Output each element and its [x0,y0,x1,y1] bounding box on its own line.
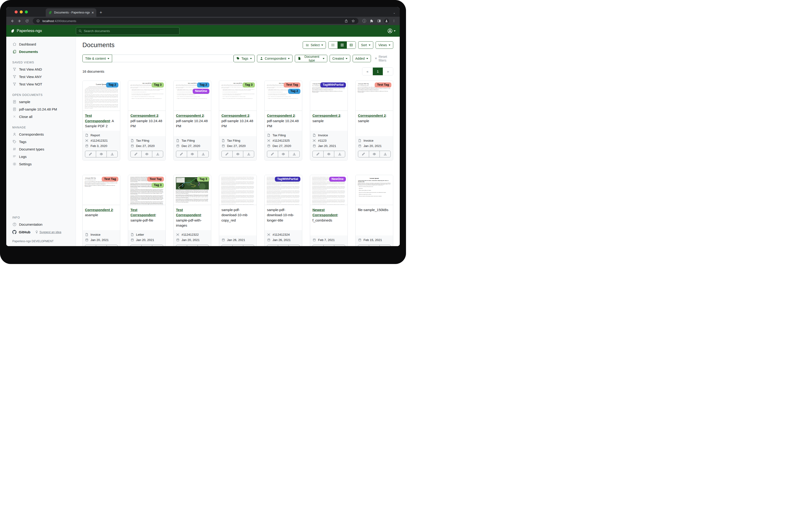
download-button[interactable] [198,151,208,157]
edit-button[interactable] [131,151,141,157]
document-card[interactable]: Adobe Acrobat PDF FilesAdobe® Portable D… [219,81,257,160]
document-card[interactable]: Lorem ipsum dolor sit amet, consectetur … [310,175,348,246]
sidebar-item-test-view-not[interactable]: Test View NOT [6,80,76,88]
download-button[interactable] [198,245,208,246]
view-button[interactable] [187,245,198,246]
browser-tab[interactable]: Documents - Paperless-ngx ✕ [46,8,96,17]
list-view-button[interactable] [329,42,337,48]
download-button[interactable] [289,245,300,246]
document-card[interactable]: Lorem ipsum dolor sit amet, consectetur … [264,175,302,246]
site-info-icon[interactable] [35,19,41,23]
document-preview[interactable]: Adobe Acrobat PDF FilesAdobe® Portable D… [174,81,211,111]
view-button[interactable] [141,151,152,157]
edit-button[interactable] [176,151,187,157]
edit-button[interactable] [358,245,369,246]
sidebar-item-test-view-and[interactable]: Test View AND [6,66,76,73]
filter-text-input[interactable] [112,55,233,62]
document-card[interactable]: Lorem Ipsum"Neque porro quisquam est qui… [83,81,120,160]
correspondent-link[interactable]: Correspondent 2 [267,114,295,117]
tag-badge[interactable]: Test Tag [102,177,118,182]
correspondent-link[interactable]: Test Correspondent [176,208,201,217]
minimize-window-button[interactable] [20,11,23,13]
tab-close-icon[interactable]: ✕ [91,11,94,14]
document-preview[interactable]: Lorem Ipsum"Neque porro quisquam est qui… [83,81,120,111]
view-button[interactable] [232,151,243,157]
edit-button[interactable] [267,245,278,246]
document-card[interactable]: Lorem ipsum dolor sit amet, consectetur … [219,175,257,246]
download-button[interactable] [243,245,254,246]
download-button[interactable] [106,151,117,157]
tab-search-chevron-icon[interactable]: ⌄ [393,11,395,14]
document-thumbnail[interactable]: Lorem ipsumLorem ipsum dolor sit amet, c… [356,175,393,205]
browser-menu-icon[interactable] [391,18,397,24]
pagination-page-1[interactable]: 1 [373,68,383,75]
edit-button[interactable] [267,151,278,157]
tag-badge[interactable]: Tag 2 [288,89,300,94]
view-button[interactable] [141,245,152,246]
view-button[interactable] [278,151,289,157]
pagination-next-button[interactable]: » [383,68,393,75]
view-button[interactable] [232,245,243,246]
window-controls[interactable] [15,11,28,13]
suggest-idea-label[interactable]: Suggest an idea [40,230,61,234]
download-button[interactable] [334,245,345,246]
zoom-window-button[interactable] [25,11,28,13]
sidebar-item-document-types[interactable]: Document types [6,145,76,153]
tags-filter-button[interactable]: Tags [233,55,255,62]
reload-button[interactable] [24,18,30,24]
view-button[interactable] [278,245,289,246]
views-button[interactable]: Views [376,41,393,49]
download-button[interactable] [379,151,390,157]
correspondent-link[interactable]: Correspondent 2 [176,114,204,117]
correspondent-filter-button[interactable]: Correspondent [257,55,293,62]
bookmark-star-icon[interactable] [350,19,356,23]
sidebar-item-documents[interactable]: Documents [6,48,76,55]
document-preview[interactable]: Boundary Waters TripGoogle EarthCurabitu… [174,175,211,205]
app-brand[interactable]: Paperless-ngx [11,29,76,33]
global-search[interactable] [76,27,179,35]
tag-badge[interactable]: Tag 3 [151,183,164,188]
document-card[interactable]: A Simple PDF FileThis is a small demonst… [356,81,393,160]
sort-button[interactable]: Sort [358,41,373,49]
correspondent-link[interactable]: Newest Correspondent [313,208,337,217]
tag-badge[interactable]: Test Tag [284,83,300,87]
created-filter-button[interactable]: Created [330,55,350,62]
correspondent-link[interactable]: Correspondent 2 [313,114,340,117]
tag-badge[interactable]: Tag 3 [197,177,209,182]
tag-badge[interactable]: Tag 3 [151,83,164,87]
back-button[interactable] [9,18,15,24]
document-thumbnail[interactable]: Lorem ipsum dolor sit amet, consectetur … [219,175,257,205]
detail-view-button[interactable] [347,42,356,48]
sidebar-item-logs[interactable]: Logs [6,153,76,160]
tag-badge[interactable]: NewOne [193,89,209,94]
document-preview[interactable]: Adobe Acrobat PDF FilesAdobe® Portable D… [219,81,257,111]
download-button[interactable] [334,151,345,157]
correspondent-link[interactable]: Correspondent 2 [358,114,386,117]
correspondent-link[interactable]: Correspondent 2 [130,114,158,117]
correspondent-link[interactable]: Test Correspondent [130,208,156,217]
correspondent-link[interactable]: Test Correspondent [85,114,110,123]
edit-button[interactable] [313,151,323,157]
document-card[interactable]: Boundary Waters TripGoogle EarthCurabitu… [173,175,211,246]
document-card[interactable]: Adobe Acrobat PDF FilesAdobe® Portable D… [173,81,211,160]
sidebar-item-open-doc-pdf-sample[interactable]: pdf-sample 10.24.48 PM [6,105,76,113]
document-type-filter-button[interactable]: Document type [295,55,327,62]
document-preview[interactable]: Lorem ipsumLorem ipsum dolor sit amet, c… [356,175,393,205]
sidebar-item-settings[interactable]: Settings [6,160,76,168]
edit-button[interactable] [131,245,141,246]
view-button[interactable] [369,245,380,246]
reset-filters-button[interactable]: ✕Reset filters [375,55,393,62]
download-button[interactable] [106,245,117,246]
view-button[interactable] [323,245,334,246]
view-button[interactable] [369,151,380,157]
download-button[interactable] [379,245,390,246]
browser-profile-avatar[interactable] [384,18,389,24]
forward-button[interactable] [16,18,23,24]
view-button[interactable] [96,245,107,246]
suggest-idea-link[interactable]: Suggest an idea [35,230,61,234]
pagination-prev-button[interactable]: « [362,68,373,75]
document-preview[interactable]: Lorem ipsum dolor sit amet, consectetur … [310,175,348,205]
sidebar-item-tags[interactable]: Tags [6,138,76,145]
filter-field-button[interactable]: Title & content [83,55,112,62]
document-preview[interactable]: Lorem ipsum dolor sit amet, consectetur … [219,175,257,205]
